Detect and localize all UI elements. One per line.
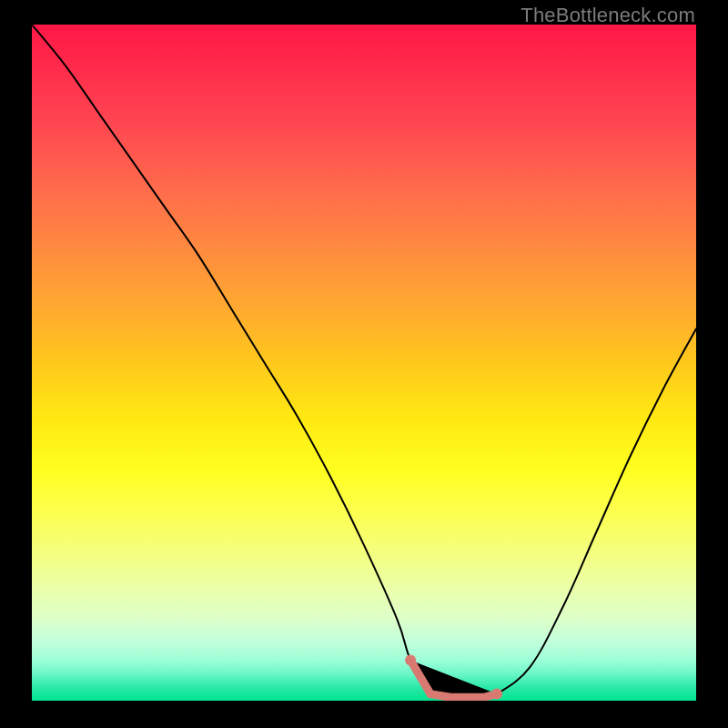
plot-area bbox=[32, 25, 696, 701]
highlight-segment bbox=[410, 660, 497, 697]
highlight-marker bbox=[405, 654, 502, 699]
curve-svg bbox=[32, 25, 696, 701]
chart-frame: TheBottleneck.com bbox=[0, 0, 728, 728]
bottleneck-curve bbox=[32, 25, 696, 698]
highlight-start-dot bbox=[405, 654, 416, 665]
highlight-end-dot bbox=[491, 689, 502, 700]
